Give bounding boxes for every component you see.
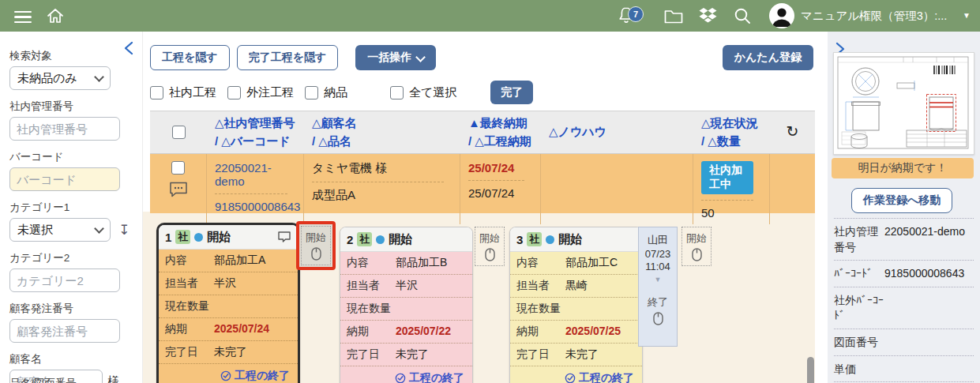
process-status: 開始 [389,232,412,247]
worker-name: 山田 [648,233,668,247]
customer-order-label: 顧客発注番号 [9,302,133,316]
user-menu-caret-icon[interactable]: ▼ [963,11,971,20]
easy-register-button[interactable]: かんたん登録 [723,45,813,70]
process-card-3[interactable]: 3 社 開始 内容部品加工C 担当者黒崎 現在数量 納期2025/07/25 完… [509,227,643,383]
category2-input[interactable] [9,268,120,292]
internal-badge: 社 [357,232,372,246]
dropbox-icon[interactable] [698,7,718,25]
header-knowhow[interactable]: △ノウハウ [541,111,693,153]
checkbox [227,86,241,100]
barcode-link[interactable]: 9185000008643 [215,194,295,213]
start-button-1[interactable]: 開始 [301,226,331,265]
due-tomorrow-alert: 明日が納期です！ [832,158,974,178]
internal-no-input[interactable] [9,117,120,141]
scrollbar-thumb[interactable] [807,357,814,383]
process-card-1[interactable]: 1 社 開始 内容部品加工A 担当者半沢 現在数量 納期2025/07/24 完… [156,223,300,383]
mouse-icon [311,247,321,261]
product-name: 成型品A [312,182,452,203]
user-role-label[interactable]: マニュアル権限（管理3）:... [801,9,947,24]
header-internal-no[interactable]: △社内管理番号/ △バーコード [207,111,304,153]
process-number: 2 [347,233,353,246]
final-due-date: 25/07/24 [468,159,524,181]
orders-table: △社内管理番号/ △バーコード △顧客名/ △品名 ▲最終納期/ △工程納期 △… [150,111,815,213]
customer-order-input[interactable] [9,319,120,343]
order-details: 社内管理番号22050021-demo ﾊﾞｰｺｰﾄﾞ9185000008643… [834,218,974,383]
mouse-icon [692,248,702,261]
end-label: 終了 [648,295,668,310]
complete-button[interactable]: 完了 [490,81,533,104]
start-button-3[interactable]: 開始 [681,227,712,266]
status-dot-icon [546,235,554,244]
detail-row: 単価 [834,356,974,383]
process-card-2[interactable]: 2 社 開始 内容部品加工B 担当者半沢 現在数量 納期2025/07/22 完… [340,227,473,383]
hide-completed-button[interactable]: 完了工程を隠す [237,45,339,70]
start-button-2[interactable]: 開始 [475,227,505,266]
bulk-action-button[interactable]: 一括操作 [355,45,436,70]
internal-no-link[interactable]: 22050021-demo [215,159,287,194]
quantity-value: 50 [701,201,761,220]
comment-bubble-icon[interactable] [168,180,189,199]
filter-internal-process[interactable]: 社内工程 [150,85,216,100]
detail-row: ﾊﾞｰｺｰﾄﾞ9185000008643 [834,261,974,287]
search-sidebar: 検索対象 未納品のみ 社内管理番号 バーコード カテゴリー1 未選択 ↧ カテゴ… [0,32,143,383]
category1-select[interactable]: 未選択 [9,218,111,242]
worker-date: 07/23 [645,248,671,260]
top-bar: 7 マニュアル権限（管理3）:... ▼ [0,0,980,32]
detail-panel: 明日が納期です！ 作業登録へ移動 社内管理番号22050021-demo ﾊﾞｰ… [828,32,980,383]
table-header-row: △社内管理番号/ △バーコード △顧客名/ △品名 ▲最終納期/ △工程納期 △… [150,111,815,154]
process-due-date: 25/07/24 [468,181,532,200]
product-name-label: 品名/図面番号 [9,377,77,383]
category2-label: カテゴリー2 [9,251,133,265]
checkbox [390,86,404,100]
menu-icon[interactable] [14,8,32,26]
header-due[interactable]: ▲最終納期/ △工程納期 [460,111,541,153]
process-status: 開始 [558,232,582,247]
detail-row: 社内管理番号22050021-demo [834,219,974,261]
worker-log-panel[interactable]: 山田 07/23 11:04 ▼ 終了 [638,227,678,347]
barcode-label: バーコード [9,150,133,164]
folder-icon[interactable] [663,8,684,25]
user-avatar[interactable] [769,3,794,28]
go-to-work-register-button[interactable]: 作業登録へ移動 [851,188,952,213]
hide-process-button[interactable]: 工程を隠す [150,45,230,70]
filter-select-all[interactable]: 全て選択 [390,85,456,100]
drawing-thumbnail[interactable] [833,52,974,155]
expand-caret-icon[interactable]: ▼ [655,276,662,283]
search-target-select[interactable]: 未納品のみ [9,66,111,90]
detail-row: 図面番号 [834,329,974,356]
chevron-down-icon [415,52,426,62]
download-icon[interactable]: ↧ [118,222,130,238]
mouse-icon [485,248,495,261]
search-icon[interactable] [733,6,753,26]
notifications-bell-icon[interactable]: 7 [617,6,644,28]
refresh-icon[interactable]: ↻ [770,111,815,153]
filter-external-process[interactable]: 外注工程 [227,85,294,100]
process-number: 3 [516,233,523,246]
header-customer[interactable]: △顧客名/ △品名 [304,111,460,153]
status-badge: 社内加工中 [701,161,753,194]
select-all-checkbox[interactable] [172,126,186,139]
home-icon[interactable] [46,6,65,25]
knowhow-cell [541,154,693,224]
main-content: 工程を隠す 完了工程を隠す 一括操作 かんたん登録 社内工程 外注工程 納品 全… [143,32,815,383]
internal-badge: 社 [175,230,190,244]
row-checkbox[interactable] [171,161,185,175]
process-status: 開始 [207,230,231,245]
filter-row: 社内工程 外注工程 納品 全て選択 完了 [150,81,533,104]
start-slot-highlight[interactable]: 開始 [296,221,336,270]
end-process-link[interactable]: 工程の終了 [510,366,642,383]
chevron-down-icon [94,72,104,82]
customer-name: タミヤ電機 様 [312,159,444,182]
end-process-link[interactable]: 工程の終了 [159,364,298,383]
barcode-input[interactable] [9,167,120,191]
sidebar-collapse-icon[interactable] [123,41,134,55]
comment-bubble-icon[interactable] [277,231,291,243]
status-dot-icon [194,233,203,242]
filter-delivery[interactable]: 納品 [305,85,347,100]
end-process-link[interactable]: 工程の終了 [340,366,472,383]
process-number: 1 [165,231,171,244]
toolbar: 工程を隠す 完了工程を隠す 一括操作 [150,45,436,70]
internal-no-label: 社内管理番号 [9,100,133,114]
header-status[interactable]: △現在状況/ △数量 [693,111,770,153]
detail-row: 社外ﾊﾞｰｺｰﾄﾞ [834,287,974,329]
